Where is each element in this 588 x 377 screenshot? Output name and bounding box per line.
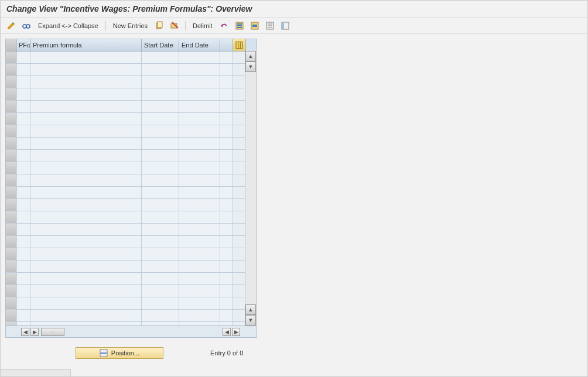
column-header-end-date[interactable]: End Date bbox=[179, 39, 220, 51]
row-selector[interactable] bbox=[6, 101, 16, 112]
table-row[interactable] bbox=[6, 236, 257, 248]
cell-formula[interactable] bbox=[30, 76, 142, 88]
scroll-first-button[interactable]: ◀ bbox=[21, 328, 29, 336]
cell-end-date[interactable] bbox=[179, 224, 220, 235]
select-all-header[interactable] bbox=[6, 39, 16, 51]
cell-end-date[interactable] bbox=[179, 125, 220, 137]
table-row[interactable] bbox=[6, 199, 257, 211]
table-row[interactable] bbox=[6, 248, 257, 261]
cell-end-date[interactable] bbox=[179, 138, 220, 149]
cell-start-date[interactable] bbox=[142, 101, 179, 112]
cell-end-date[interactable] bbox=[179, 248, 220, 260]
cell-pfo[interactable] bbox=[16, 52, 30, 63]
scroll-down-page-button[interactable]: ▼ bbox=[245, 315, 256, 325]
column-header-pfo[interactable]: PFo bbox=[16, 39, 30, 51]
cell-start-date[interactable] bbox=[142, 52, 179, 63]
row-selector[interactable] bbox=[6, 162, 16, 174]
cell-start-date[interactable] bbox=[142, 138, 179, 149]
cell-start-date[interactable] bbox=[142, 248, 179, 260]
cell-end-date[interactable] bbox=[179, 273, 220, 285]
details-button[interactable] bbox=[20, 20, 32, 32]
cell-formula[interactable] bbox=[30, 273, 142, 285]
cell-pfo[interactable] bbox=[16, 187, 30, 198]
cell-end-date[interactable] bbox=[179, 261, 220, 272]
cell-pfo[interactable] bbox=[16, 261, 30, 272]
row-selector[interactable] bbox=[6, 150, 16, 162]
table-row[interactable] bbox=[6, 285, 257, 297]
cell-start-date[interactable] bbox=[142, 88, 179, 100]
cell-formula[interactable] bbox=[30, 52, 142, 63]
row-selector[interactable] bbox=[6, 224, 16, 235]
row-selector[interactable] bbox=[6, 273, 16, 285]
row-selector[interactable] bbox=[6, 199, 16, 211]
row-selector[interactable] bbox=[6, 211, 16, 223]
cell-pfo[interactable] bbox=[16, 297, 30, 309]
column-header-start-date[interactable]: Start Date bbox=[142, 39, 179, 51]
cell-formula[interactable] bbox=[30, 125, 142, 137]
table-row[interactable] bbox=[6, 88, 257, 101]
cell-formula[interactable] bbox=[30, 211, 142, 223]
row-selector[interactable] bbox=[6, 125, 16, 137]
row-selector[interactable] bbox=[6, 52, 16, 63]
table-row[interactable] bbox=[6, 162, 257, 174]
cell-formula[interactable] bbox=[30, 174, 142, 186]
cell-pfo[interactable] bbox=[16, 76, 30, 88]
cell-start-date[interactable] bbox=[142, 261, 179, 272]
cell-start-date[interactable] bbox=[142, 297, 179, 309]
row-selector[interactable] bbox=[6, 76, 16, 88]
cell-pfo[interactable] bbox=[16, 224, 30, 235]
column-config-button[interactable] bbox=[233, 39, 246, 51]
deselect-all-button[interactable] bbox=[264, 20, 276, 32]
scroll-up-button[interactable]: ▲ bbox=[245, 51, 256, 61]
table-row[interactable] bbox=[6, 261, 257, 273]
expand-collapse-button[interactable]: Expand <-> Collapse bbox=[36, 22, 101, 29]
table-row[interactable] bbox=[6, 52, 257, 64]
cell-start-date[interactable] bbox=[142, 285, 179, 297]
row-selector[interactable] bbox=[6, 64, 16, 76]
cell-end-date[interactable] bbox=[179, 162, 220, 174]
copy-button[interactable] bbox=[153, 20, 165, 32]
position-button[interactable]: Position... bbox=[76, 347, 163, 359]
cell-end-date[interactable] bbox=[179, 199, 220, 211]
table-row[interactable] bbox=[6, 211, 257, 224]
cell-end-date[interactable] bbox=[179, 285, 220, 297]
table-row[interactable] bbox=[6, 76, 257, 88]
cell-end-date[interactable] bbox=[179, 211, 220, 223]
cell-pfo[interactable] bbox=[16, 150, 30, 162]
table-row[interactable] bbox=[6, 310, 257, 322]
table-row[interactable] bbox=[6, 187, 257, 199]
cell-formula[interactable] bbox=[30, 310, 142, 321]
cell-start-date[interactable] bbox=[142, 322, 179, 325]
cell-formula[interactable] bbox=[30, 138, 142, 149]
cell-end-date[interactable] bbox=[179, 88, 220, 100]
delete-button[interactable] bbox=[169, 20, 180, 32]
cell-end-date[interactable] bbox=[179, 187, 220, 198]
table-row[interactable] bbox=[6, 101, 257, 113]
row-selector[interactable] bbox=[6, 113, 16, 125]
cell-end-date[interactable] bbox=[179, 236, 220, 248]
cell-pfo[interactable] bbox=[16, 236, 30, 248]
cell-end-date[interactable] bbox=[179, 101, 220, 112]
cell-pfo[interactable] bbox=[16, 162, 30, 174]
cell-start-date[interactable] bbox=[142, 310, 179, 321]
cell-formula[interactable] bbox=[30, 187, 142, 198]
cell-start-date[interactable] bbox=[142, 187, 179, 198]
cell-formula[interactable] bbox=[30, 224, 142, 235]
undo-button[interactable] bbox=[218, 20, 230, 32]
table-row[interactable] bbox=[6, 125, 257, 138]
cell-start-date[interactable] bbox=[142, 174, 179, 186]
cell-start-date[interactable] bbox=[142, 224, 179, 235]
table-row[interactable] bbox=[6, 150, 257, 162]
select-block-button[interactable] bbox=[249, 20, 261, 32]
cell-start-date[interactable] bbox=[142, 211, 179, 223]
cell-formula[interactable] bbox=[30, 101, 142, 112]
table-row[interactable] bbox=[6, 273, 257, 285]
cell-start-date[interactable] bbox=[142, 162, 179, 174]
cell-end-date[interactable] bbox=[179, 297, 220, 309]
cell-pfo[interactable] bbox=[16, 101, 30, 112]
cell-start-date[interactable] bbox=[142, 236, 179, 248]
row-selector[interactable] bbox=[6, 248, 16, 260]
cell-end-date[interactable] bbox=[179, 113, 220, 125]
cell-end-date[interactable] bbox=[179, 150, 220, 162]
cell-pfo[interactable] bbox=[16, 174, 30, 186]
